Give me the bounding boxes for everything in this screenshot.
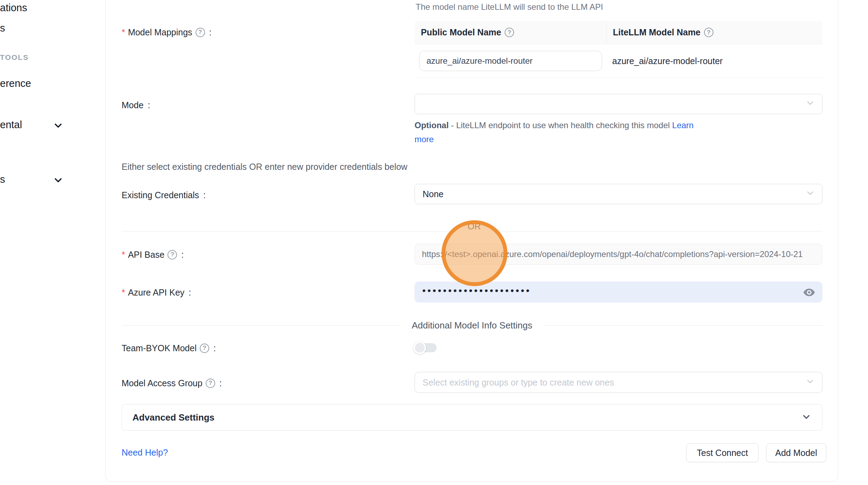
chevron-down-icon[interactable] [53,174,64,187]
field-label-text: Model Access Group [122,377,203,389]
help-icon[interactable]: ? [196,28,205,37]
select-value: None [423,189,444,199]
existing-credentials-select[interactable]: None [415,184,822,204]
model-mappings-label: * Model Mappings ? : [122,27,212,38]
label-colon: : [181,249,184,260]
chevron-down-icon [801,411,812,423]
help-icon[interactable]: ? [200,344,209,353]
field-label-text: Team-BYOK Model [122,342,197,354]
model-name-hint: The model name LiteLLM will send to the … [416,2,603,12]
additional-settings-divider: Additional Model Info Settings [122,320,822,331]
chevron-down-icon [805,188,815,200]
col-litellm-model-name: LiteLLM Model Name ? [606,21,822,44]
column-header-text: LiteLLM Model Name [613,27,700,37]
eye-icon[interactable] [803,286,815,299]
required-mark: * [122,27,125,38]
chevron-down-icon [805,98,815,110]
sidebar-item-users[interactable]: s [0,22,5,34]
sidebar-item-experimental[interactable]: ental [0,119,22,131]
divider-line [544,325,822,326]
public-model-name-input[interactable] [419,51,602,71]
label-colon: : [209,27,212,38]
sidebar-item-label: ations [0,2,27,14]
need-help-link[interactable]: Need Help? [122,448,168,458]
model-mappings-table: Public Model Name ? LiteLLM Model Name ?… [415,21,822,78]
divider-line [122,325,400,326]
table-header-row: Public Model Name ? LiteLLM Model Name ? [415,21,822,44]
hint-bold-text: Optional [415,120,449,130]
masked-key-value: ••••••••••••••••••••• [422,280,531,301]
add-model-screen: ations s TOOLS erence ental s The model … [0,0,868,485]
advanced-settings-panel[interactable]: Advanced Settings [122,404,822,431]
sidebar-item-api-reference[interactable]: erence [0,78,31,89]
sidebar-item-label: s [0,22,5,34]
sidebar-item-settings[interactable]: s [0,174,5,185]
or-divider-text: OR [454,221,494,231]
required-mark: * [122,287,125,298]
label-colon: : [219,377,222,389]
sidebar-section-tools: TOOLS [0,53,29,62]
azure-api-key-input[interactable]: ••••••••••••••••••••• [415,282,822,303]
help-icon[interactable]: ? [505,28,514,37]
advanced-settings-title: Advanced Settings [132,412,214,423]
label-colon: : [148,99,150,111]
api-base-value: https://<test>.openai.azure.com/openai/d… [422,249,803,259]
mode-label: Mode : [122,99,150,111]
field-label-text: Existing Credentials [122,189,199,201]
chevron-down-icon[interactable] [53,120,64,132]
label-colon: : [213,342,216,354]
sidebar-item-label: s [0,174,5,185]
model-access-group-select[interactable]: Select existing groups or type to create… [415,372,822,393]
field-label-text: Azure API Key [128,287,184,298]
test-connect-button[interactable]: Test Connect [686,443,759,462]
add-model-button[interactable]: Add Model [766,443,826,462]
sidebar-section-label: TOOLS [0,53,29,61]
help-icon[interactable]: ? [206,379,215,388]
chevron-down-icon [805,376,815,388]
api-base-label: * API Base ? : [122,249,184,260]
help-icon[interactable]: ? [168,250,177,259]
divider-text: Additional Model Info Settings [412,320,532,331]
existing-credentials-label: Existing Credentials : [122,189,206,201]
credentials-note: Either select existing credentials OR en… [122,162,408,172]
sidebar-item-label: erence [0,78,31,89]
table-row: azure_ai/azure-model-router [415,44,822,78]
required-mark: * [122,249,125,260]
hint-text: - LiteLLM endpoint to use when health ch… [451,120,670,130]
sidebar-item-label: ental [0,119,22,131]
label-colon: : [203,189,206,201]
mode-hint: Optional - LiteLLM endpoint to use when … [415,118,705,146]
model-access-group-label: Model Access Group ? : [122,377,222,389]
toggle-knob [414,341,426,354]
team-byok-label: Team-BYOK Model ? : [122,342,216,354]
col-public-model-name: Public Model Name ? [415,21,606,44]
public-model-name-cell [415,51,606,71]
field-label-text: Model Mappings [128,27,192,38]
field-label-text: Mode [122,99,144,111]
azure-api-key-label: * Azure API Key : [122,287,191,298]
team-byok-toggle[interactable] [416,343,437,352]
api-base-input[interactable]: https://<test>.openai.azure.com/openai/d… [415,244,822,265]
column-header-text: Public Model Name [421,27,501,37]
field-label-text: API Base [128,249,164,260]
label-colon: : [189,287,191,298]
help-icon[interactable]: ? [704,28,713,37]
litellm-model-name-value: azure_ai/azure-model-router [606,56,822,66]
mode-select[interactable] [415,94,822,114]
select-placeholder: Select existing groups or type to create… [423,377,614,388]
sidebar-item-organizations[interactable]: ations [0,2,27,14]
